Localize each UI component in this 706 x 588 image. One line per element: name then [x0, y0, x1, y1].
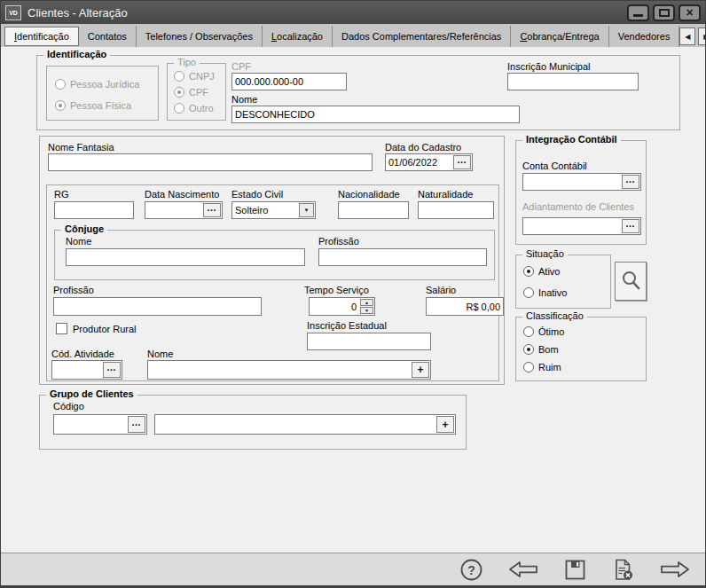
atividade-nome-input[interactable] [148, 361, 411, 379]
inscricao-municipal-field-wrap [507, 73, 639, 90]
maximize-button[interactable] [653, 4, 675, 21]
conta-contabil-lookup-button[interactable]: … [622, 175, 639, 189]
title-bar: VD Clientes - Alteração × [1, 1, 705, 24]
tab-strip: Identificação Contatos Telefones / Obser… [1, 24, 705, 47]
spin-up-button[interactable]: ▲ [360, 299, 373, 306]
tab-cobranca-entrega[interactable]: Cobrança/Entrega [511, 26, 608, 47]
window-controls: × [627, 4, 701, 21]
groupbox-situacao-title: Situação [522, 248, 568, 259]
forward-arrow-icon [659, 559, 691, 580]
data-cadastro-input[interactable] [386, 154, 452, 170]
estado-civil-dropdown-button[interactable]: ▼ [299, 203, 314, 217]
groupbox-identificacao-title: Identificação [43, 49, 110, 59]
close-button[interactable]: × [679, 4, 701, 21]
tab-scroll-right-button[interactable]: ▶ [698, 27, 706, 45]
conta-contabil-input[interactable] [523, 174, 621, 190]
cpf-label: CPF [231, 61, 251, 72]
atividade-nome-add-button[interactable]: + [412, 362, 429, 378]
back-button[interactable] [507, 559, 539, 580]
conjuge-nome-input[interactable] [67, 249, 304, 265]
radio-bom[interactable]: Bom [523, 344, 559, 355]
data-nascimento-field-wrap: … [145, 201, 223, 219]
naturalidade-field-wrap [418, 201, 494, 219]
nacionalidade-field-wrap [338, 201, 409, 219]
save-button[interactable] [563, 558, 587, 582]
adiantamento-input[interactable] [523, 218, 621, 234]
cpf-input[interactable] [232, 74, 346, 90]
spin-down-button[interactable]: ▼ [360, 307, 373, 314]
nacionalidade-input[interactable] [339, 202, 408, 218]
grupo-codigo-lookup-button[interactable]: … [128, 416, 145, 433]
radio-icon [174, 87, 184, 98]
left-triangle-icon: ◀ [685, 33, 690, 41]
salario-field-wrap [426, 297, 504, 316]
radio-ruim[interactable]: Ruim [523, 362, 561, 372]
search-button[interactable] [615, 262, 647, 301]
groupbox-tipo-title: Tipo [174, 57, 200, 67]
cancel-button[interactable] [611, 558, 635, 582]
groupbox-situacao: Situação Ativo Inativo [515, 255, 611, 309]
nome-fantasia-input[interactable] [49, 154, 372, 170]
radio-tipo-outro[interactable]: Outro [174, 103, 214, 114]
radio-icon [523, 344, 534, 355]
tab-vendedores[interactable]: Vendedores [609, 26, 680, 47]
data-cadastro-picker-button[interactable]: … [453, 155, 471, 169]
data-cadastro-field-wrap: … [385, 153, 473, 171]
groupbox-grupo-clientes-title: Grupo de Clientes [46, 388, 137, 399]
radio-icon [523, 266, 534, 277]
data-nascimento-picker-button[interactable]: … [203, 203, 221, 217]
forward-button[interactable] [659, 559, 691, 580]
conjuge-nome-field-wrap [66, 248, 305, 266]
tempo-servico-input[interactable] [310, 298, 359, 315]
tab-scroll-left-button[interactable]: ◀ [679, 27, 695, 45]
produtor-rural-checkbox[interactable]: Produtor Rural [56, 323, 137, 334]
conta-contabil-field-wrap: … [522, 173, 641, 191]
data-nascimento-input[interactable] [145, 202, 202, 218]
cod-atividade-lookup-button[interactable]: … [103, 362, 121, 378]
atividade-nome-label: Nome [147, 349, 173, 359]
adiantamento-field-wrap: … [522, 217, 641, 235]
help-button[interactable]: ? [459, 558, 483, 582]
grupo-nome-input[interactable] [155, 415, 435, 434]
inscricao-municipal-input[interactable] [508, 74, 638, 90]
radio-tipo-cpf[interactable]: CPF [174, 87, 208, 98]
maximize-icon [659, 9, 670, 17]
radio-pessoa-juridica[interactable]: Pessoa Jurídica [55, 79, 139, 90]
inscricao-estadual-field-wrap [307, 333, 431, 350]
radio-tipo-cnpj[interactable]: CNPJ [174, 71, 215, 82]
tab-identificacao[interactable]: Identificação [4, 27, 79, 46]
tab-dados-complementares[interactable]: Dados Complementares/Referências [333, 26, 511, 47]
frame-dados-pessoais: Nome Fantasia Data do Cadastro … RG Data… [39, 136, 505, 385]
cod-atividade-field-wrap: … [51, 360, 122, 380]
data-nascimento-label: Data Nascimento [145, 189, 219, 200]
radio-pessoa-fisica[interactable]: Pessoa Física [55, 100, 131, 111]
salario-input[interactable] [427, 298, 503, 315]
cod-atividade-input[interactable] [52, 361, 102, 379]
nome-input[interactable] [232, 106, 519, 122]
inscricao-estadual-input[interactable] [308, 333, 430, 349]
naturalidade-input[interactable] [419, 202, 493, 218]
estado-civil-combobox[interactable]: ▼ [231, 201, 316, 219]
tab-telefones-observacoes[interactable]: Telefones / Observações [137, 26, 263, 47]
radio-inativo[interactable]: Inativo [523, 287, 567, 298]
radio-icon [55, 100, 66, 111]
conjuge-profissao-input[interactable] [319, 249, 486, 265]
tab-localizacao[interactable]: Localização [263, 26, 333, 47]
grupo-nome-add-button[interactable]: + [436, 416, 454, 433]
data-cadastro-label: Data do Cadastro [385, 142, 461, 153]
adiantamento-lookup-button[interactable]: … [622, 219, 639, 233]
profissao-input[interactable] [54, 298, 261, 315]
groupbox-integracao-contabil: Integração Contábil Conta Contábil … Adi… [515, 140, 647, 245]
groupbox-identificacao: Identificação Pessoa Jurídica Pessoa Fís… [36, 55, 680, 130]
inscricao-municipal-label: Inscrição Municipal [507, 61, 591, 72]
tab-contatos[interactable]: Contatos [79, 26, 137, 47]
back-arrow-icon [507, 559, 539, 580]
grupo-codigo-label: Código [53, 401, 84, 412]
radio-ativo[interactable]: Ativo [523, 266, 560, 277]
tempo-servico-label: Tempo Serviço [304, 285, 369, 295]
minimize-button[interactable] [627, 4, 649, 21]
grupo-codigo-input[interactable] [54, 415, 127, 434]
profissao-field-wrap [53, 297, 262, 316]
radio-otimo[interactable]: Ótimo [523, 326, 564, 337]
rg-input[interactable] [55, 202, 133, 218]
